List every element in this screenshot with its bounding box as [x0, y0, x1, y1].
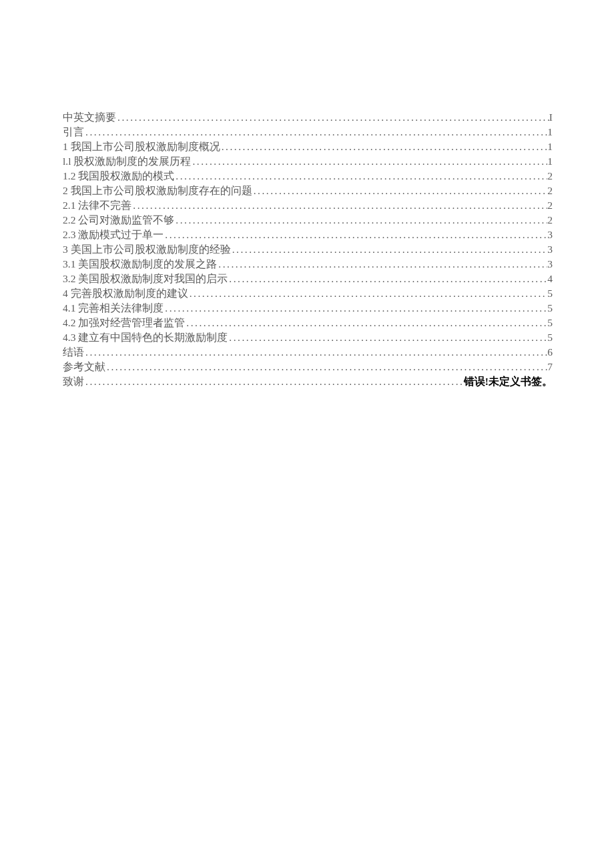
toc-entry: 2.3 激励模式过于单一3	[63, 228, 553, 242]
toc-entry-page: 5	[547, 330, 553, 345]
toc-entry-label: 2.2 公司对激励监管不够	[63, 213, 174, 228]
toc-entry-page: 4	[547, 272, 553, 286]
toc-dot-leader	[217, 257, 547, 272]
toc-entry: 4 完善股权激励制度的建议5	[63, 286, 553, 301]
toc-entry: l.l 股权激励制度的发展历程1	[63, 154, 553, 169]
toc-dot-leader	[188, 286, 548, 301]
document-page: 中英文摘要I引言11 我国上市公司股权激励制度概况1l.l 股权激励制度的发展历…	[0, 0, 614, 389]
toc-entry-label: 4 完善股权激励制度的建议	[63, 286, 188, 301]
toc-entry-page: 7	[547, 360, 553, 374]
toc-entry-page: 3	[547, 242, 553, 257]
toc-entry-label: 3 美国上市公司股权激励制度的经验	[63, 242, 231, 257]
toc-entry-label: 3.2 美国股权激励制度对我国的启示	[63, 272, 228, 286]
toc-dot-leader	[228, 330, 547, 345]
toc-entry-page: 5	[547, 286, 553, 301]
toc-dot-leader	[185, 316, 547, 330]
toc-entry: 1 我国上市公司股权激励制度概况1	[63, 139, 553, 154]
toc-entry-label: 4.2 加强对经营管理者监管	[63, 316, 185, 330]
toc-dot-leader	[84, 345, 547, 360]
toc-dot-leader	[131, 198, 547, 213]
toc-entry: 中英文摘要I	[63, 110, 553, 125]
table-of-contents: 中英文摘要I引言11 我国上市公司股权激励制度概况1l.l 股权激励制度的发展历…	[63, 110, 553, 389]
toc-dot-leader	[84, 125, 547, 139]
toc-entry-page: 2	[547, 169, 553, 183]
toc-dot-leader	[174, 169, 547, 183]
toc-entry: 4.2 加强对经营管理者监管5	[63, 316, 553, 330]
toc-entry: 1.2 我国股权激励的模式2	[63, 169, 553, 183]
toc-entry: 参考文献7	[63, 360, 553, 374]
toc-entry: 2.1 法律不完善2	[63, 198, 553, 213]
toc-entry: 3.1 美国股权激励制度的发展之路3	[63, 257, 553, 272]
toc-entry-label: 引言	[63, 125, 84, 139]
toc-entry-page: 5	[547, 301, 553, 316]
toc-entry-page: 6	[547, 345, 553, 360]
toc-entry-label: 参考文献	[63, 360, 105, 374]
toc-entry-page: 3	[547, 257, 553, 272]
toc-entry-label: l.l 股权激励制度的发展历程	[63, 154, 191, 169]
toc-entry: 2 我国上市公司股权激励制度存在的问题2	[63, 183, 553, 198]
toc-dot-leader	[116, 110, 549, 125]
toc-entry: 4.3 建立有中国特色的长期激励制度5	[63, 330, 553, 345]
toc-entry-label: 2.3 激励模式过于单一	[63, 228, 164, 242]
toc-entry-page: 2	[547, 198, 553, 213]
toc-dot-leader	[252, 183, 548, 198]
toc-entry: 致谢错误!未定义书签。	[63, 374, 553, 389]
toc-entry-page: I	[549, 110, 553, 125]
toc-entry-page: 1	[547, 154, 553, 169]
toc-entry-page: 2	[547, 183, 553, 198]
toc-dot-leader	[164, 301, 547, 316]
toc-dot-leader	[231, 242, 548, 257]
toc-entry-label: 3.1 美国股权激励制度的发展之路	[63, 257, 217, 272]
toc-dot-leader	[164, 228, 547, 242]
toc-entry: 2.2 公司对激励监管不够2	[63, 213, 553, 228]
toc-entry-page: 1	[547, 139, 553, 154]
toc-entry-page-error: 错误!未定义书签。	[464, 374, 553, 389]
toc-dot-leader	[191, 154, 547, 169]
toc-entry-page: 3	[547, 228, 553, 242]
toc-entry: 结语6	[63, 345, 553, 360]
toc-entry-label: 2.1 法律不完善	[63, 198, 131, 213]
toc-entry-label: 1.2 我国股权激励的模式	[63, 169, 174, 183]
toc-entry: 引言1	[63, 125, 553, 139]
toc-entry-label: 中英文摘要	[63, 110, 116, 125]
toc-entry-label: 2 我国上市公司股权激励制度存在的问题	[63, 183, 252, 198]
toc-dot-leader	[84, 374, 464, 389]
toc-entry-label: 4.1 完善相关法律制度	[63, 301, 164, 316]
toc-entry-label: 1 我国上市公司股权激励制度概况	[63, 139, 220, 154]
toc-entry: 3 美国上市公司股权激励制度的经验3	[63, 242, 553, 257]
toc-entry-page: 5	[547, 316, 553, 330]
toc-entry-label: 致谢	[63, 374, 84, 389]
toc-entry-label: 结语	[63, 345, 84, 360]
toc-entry-page: 1	[547, 125, 553, 139]
toc-entry-page: 2	[547, 213, 553, 228]
toc-dot-leader	[228, 272, 547, 286]
toc-entry: 4.1 完善相关法律制度5	[63, 301, 553, 316]
toc-dot-leader	[105, 360, 547, 374]
toc-dot-leader	[220, 139, 548, 154]
toc-entry: 3.2 美国股权激励制度对我国的启示4	[63, 272, 553, 286]
toc-entry-label: 4.3 建立有中国特色的长期激励制度	[63, 330, 228, 345]
toc-dot-leader	[174, 213, 547, 228]
